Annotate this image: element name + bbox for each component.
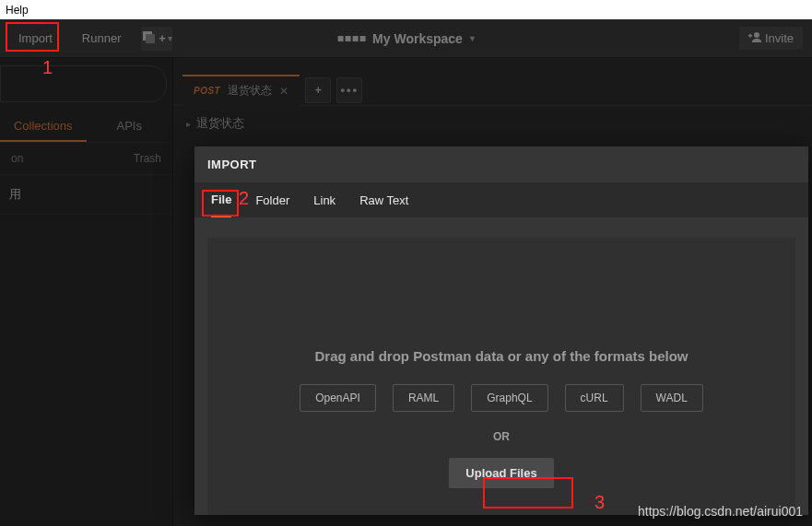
- chevron-down-icon: ▾: [168, 33, 172, 43]
- sidebar-tab-apis[interactable]: APIs: [87, 110, 173, 142]
- request-tab[interactable]: POST 退货状态 ✕: [182, 75, 300, 106]
- workspace-label: My Workspace: [372, 31, 463, 46]
- new-tab-button[interactable]: +: [305, 77, 331, 103]
- plus-icon: +: [159, 31, 166, 45]
- import-tab-folder[interactable]: Folder: [255, 182, 289, 217]
- tab-title: 退货状态: [228, 83, 272, 99]
- person-add-icon: [748, 31, 761, 45]
- format-curl: cURL: [565, 384, 624, 412]
- triangle-right-icon: ▸: [186, 119, 191, 129]
- grid-icon: [337, 36, 365, 41]
- sidebar: Collections APIs on Trash 用: [0, 58, 173, 526]
- chevron-down-icon: ▾: [470, 33, 475, 43]
- new-icon: [142, 30, 157, 46]
- format-wadl: WADL: [641, 384, 703, 412]
- upload-files-button[interactable]: Upload Files: [449, 458, 553, 488]
- method-badge: POST: [194, 86, 220, 96]
- sidebar-tabs: Collections APIs: [0, 110, 172, 143]
- svg-rect-1: [146, 34, 155, 43]
- breadcrumb-text: 退货状态: [196, 115, 244, 132]
- dropzone-text: Drag and drop Postman data or any of the…: [314, 348, 688, 364]
- workspace-switcher[interactable]: My Workspace ▾: [337, 31, 475, 46]
- invite-button[interactable]: Invite: [739, 27, 803, 50]
- sidebar-subheader-left: on: [11, 152, 23, 165]
- tab-options-button[interactable]: •••: [336, 77, 362, 103]
- or-text: OR: [493, 430, 510, 443]
- plus-icon: +: [314, 83, 322, 97]
- sidebar-subheader: on Trash: [0, 143, 172, 175]
- breadcrumb: ▸ 退货状态: [173, 106, 812, 141]
- format-raml: RAML: [393, 384, 454, 412]
- svg-rect-4: [749, 34, 751, 38]
- format-openapi: OpenAPI: [300, 384, 376, 412]
- request-tabbar: POST 退货状态 ✕ + •••: [173, 75, 812, 106]
- close-icon[interactable]: ✕: [279, 85, 288, 98]
- svg-point-2: [754, 32, 759, 38]
- import-button[interactable]: Import: [9, 27, 62, 50]
- menu-help[interactable]: Help: [6, 4, 29, 17]
- new-dropdown-button[interactable]: + ▾: [141, 27, 172, 51]
- menubar: Help: [0, 0, 812, 19]
- import-tab-raw[interactable]: Raw Text: [359, 182, 408, 217]
- sidebar-search[interactable]: [0, 65, 167, 102]
- import-tabs: File Folder Link Raw Text: [194, 182, 808, 217]
- dialog-title: IMPORT: [194, 146, 808, 182]
- import-tab-file[interactable]: File: [211, 182, 231, 217]
- toolbar: Import Runner + ▾ My Workspace ▾ Invite: [0, 19, 812, 58]
- import-tab-link[interactable]: Link: [313, 182, 335, 217]
- dots-icon: •••: [340, 83, 359, 97]
- sidebar-tab-collections[interactable]: Collections: [0, 110, 87, 142]
- sidebar-collection-item[interactable]: 用: [0, 175, 172, 215]
- format-row: OpenAPI RAML GraphQL cURL WADL: [300, 384, 703, 412]
- dropzone[interactable]: Drag and drop Postman data or any of the…: [207, 238, 795, 515]
- runner-button[interactable]: Runner: [73, 27, 131, 50]
- sidebar-trash-link[interactable]: Trash: [134, 152, 161, 165]
- invite-label: Invite: [765, 31, 794, 45]
- import-dialog: IMPORT File Folder Link Raw Text Drag an…: [194, 146, 808, 515]
- format-graphql: GraphQL: [471, 384, 547, 412]
